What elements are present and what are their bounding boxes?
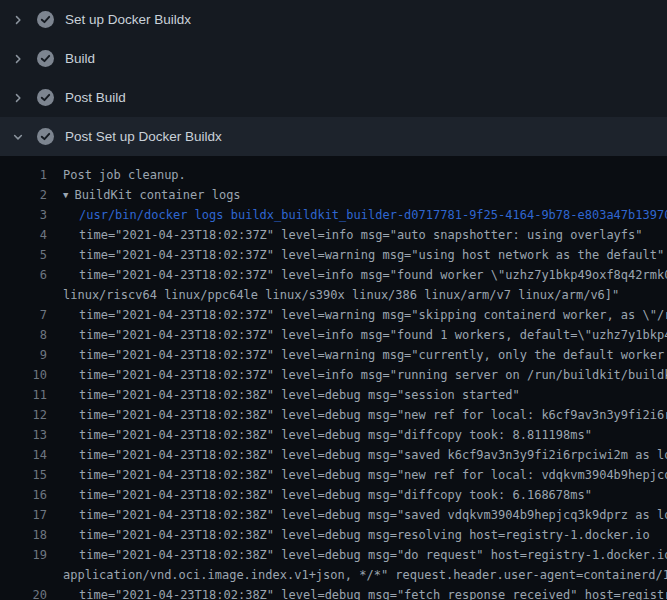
chevron-right-icon[interactable] (10, 12, 26, 28)
log-line: 5time="2021-04-23T18:02:37Z" level=warni… (0, 245, 667, 265)
step-label: Set up Docker Buildx (65, 12, 191, 27)
log-line-number[interactable]: 2 (0, 185, 47, 205)
log-line: 8time="2021-04-23T18:02:37Z" level=info … (0, 325, 667, 345)
log-text: linux/riscv64 linux/ppc64le linux/s390x … (63, 288, 619, 302)
log-line-number[interactable]: 18 (0, 525, 47, 545)
step-label: Post Set up Docker Buildx (65, 129, 222, 144)
log-text: time="2021-04-23T18:02:38Z" level=debug … (79, 548, 667, 562)
group-expander-icon[interactable]: ▼ (63, 185, 68, 205)
log-line: 6time="2021-04-23T18:02:37Z" level=info … (0, 265, 667, 285)
log-line: 4time="2021-04-23T18:02:37Z" level=info … (0, 225, 667, 245)
chevron-right-icon[interactable] (10, 90, 26, 106)
log-line: 7time="2021-04-23T18:02:37Z" level=warni… (0, 305, 667, 325)
step-label: Build (65, 51, 95, 66)
log-text: time="2021-04-23T18:02:37Z" level=info m… (79, 228, 643, 242)
log-group-title-text: BuildKit container logs (74, 188, 240, 202)
log-text: time="2021-04-23T18:02:37Z" level=warnin… (79, 248, 664, 262)
step-row[interactable]: Post Set up Docker Buildx (0, 117, 667, 156)
check-circle-icon (37, 89, 54, 106)
log-line: 17time="2021-04-23T18:02:38Z" level=debu… (0, 505, 667, 525)
steps-list: Set up Docker BuildxBuildPost BuildPost … (0, 0, 667, 156)
log-viewer: 1Post job cleanup.2▼BuildKit container l… (0, 156, 667, 600)
log-line-number[interactable]: 16 (0, 485, 47, 505)
log-line: 13time="2021-04-23T18:02:38Z" level=debu… (0, 425, 667, 445)
log-text: time="2021-04-23T18:02:38Z" level=debug … (79, 408, 667, 422)
log-text: time="2021-04-23T18:02:38Z" level=debug … (79, 448, 667, 462)
chevron-down-icon[interactable] (10, 129, 26, 145)
log-text: time="2021-04-23T18:02:37Z" level=warnin… (79, 308, 667, 322)
log-line-number[interactable]: 20 (0, 585, 47, 600)
log-line-number[interactable]: 1 (0, 165, 47, 185)
log-line-number[interactable]: 12 (0, 405, 47, 425)
step-row[interactable]: Post Build (0, 78, 667, 117)
log-line-number[interactable]: 10 (0, 365, 47, 385)
log-line: 19time="2021-04-23T18:02:38Z" level=debu… (0, 545, 667, 565)
log-text: time="2021-04-23T18:02:38Z" level=debug … (79, 588, 667, 600)
step-row[interactable]: Set up Docker Buildx (0, 0, 667, 39)
log-command-text: /usr/bin/docker logs buildx_buildkit_bui… (79, 208, 667, 222)
log-line: 16time="2021-04-23T18:02:38Z" level=debu… (0, 485, 667, 505)
log-text: time="2021-04-23T18:02:38Z" level=debug … (79, 468, 667, 482)
log-text: time="2021-04-23T18:02:37Z" level=info m… (79, 368, 667, 382)
chevron-right-icon[interactable] (10, 51, 26, 67)
check-circle-icon (37, 128, 54, 145)
log-line-number[interactable]: 14 (0, 445, 47, 465)
log-line: 18time="2021-04-23T18:02:38Z" level=debu… (0, 525, 667, 545)
log-text: application/vnd.oci.image.index.v1+json,… (63, 568, 667, 582)
step-label: Post Build (65, 90, 126, 105)
log-line: 2▼BuildKit container logs (0, 185, 667, 205)
log-line-number[interactable]: 5 (0, 245, 47, 265)
log-line: 14time="2021-04-23T18:02:38Z" level=debu… (0, 445, 667, 465)
log-text: time="2021-04-23T18:02:37Z" level=info m… (79, 328, 667, 342)
log-line-number[interactable]: 8 (0, 325, 47, 345)
check-circle-icon (37, 11, 54, 28)
log-text: time="2021-04-23T18:02:38Z" level=debug … (79, 388, 520, 402)
log-line: application/vnd.oci.image.index.v1+json,… (0, 565, 667, 585)
log-line: 12time="2021-04-23T18:02:38Z" level=debu… (0, 405, 667, 425)
log-line-number[interactable]: 13 (0, 425, 47, 445)
log-line-number[interactable]: 17 (0, 505, 47, 525)
log-line-number[interactable]: 11 (0, 385, 47, 405)
step-row[interactable]: Build (0, 39, 667, 78)
log-text: time="2021-04-23T18:02:38Z" level=debug … (79, 428, 592, 442)
log-line: 20time="2021-04-23T18:02:38Z" level=debu… (0, 585, 667, 600)
log-text: time="2021-04-23T18:02:38Z" level=debug … (79, 488, 592, 502)
log-line-number[interactable]: 7 (0, 305, 47, 325)
log-group-title[interactable]: ▼BuildKit container logs (63, 188, 241, 202)
log-text: time="2021-04-23T18:02:37Z" level=info m… (79, 268, 667, 282)
log-line: 1Post job cleanup. (0, 165, 667, 185)
log-line-number[interactable]: 4 (0, 225, 47, 245)
log-line-number[interactable]: 6 (0, 265, 47, 285)
log-line: 9time="2021-04-23T18:02:37Z" level=warni… (0, 345, 667, 365)
log-line: 10time="2021-04-23T18:02:37Z" level=info… (0, 365, 667, 385)
log-line-number[interactable]: 9 (0, 345, 47, 365)
log-text: Post job cleanup. (63, 168, 186, 182)
log-line: 11time="2021-04-23T18:02:38Z" level=debu… (0, 385, 667, 405)
log-text: time="2021-04-23T18:02:38Z" level=debug … (79, 508, 667, 522)
log-text: time="2021-04-23T18:02:37Z" level=warnin… (79, 348, 667, 362)
check-circle-icon (37, 50, 54, 67)
log-line-number[interactable]: 3 (0, 205, 47, 225)
log-line-number[interactable]: 19 (0, 545, 47, 565)
log-line: 15time="2021-04-23T18:02:38Z" level=debu… (0, 465, 667, 485)
log-text: time="2021-04-23T18:02:38Z" level=debug … (79, 528, 650, 542)
log-line-number[interactable]: 15 (0, 465, 47, 485)
log-line: linux/riscv64 linux/ppc64le linux/s390x … (0, 285, 667, 305)
log-line: 3/usr/bin/docker logs buildx_buildkit_bu… (0, 205, 667, 225)
